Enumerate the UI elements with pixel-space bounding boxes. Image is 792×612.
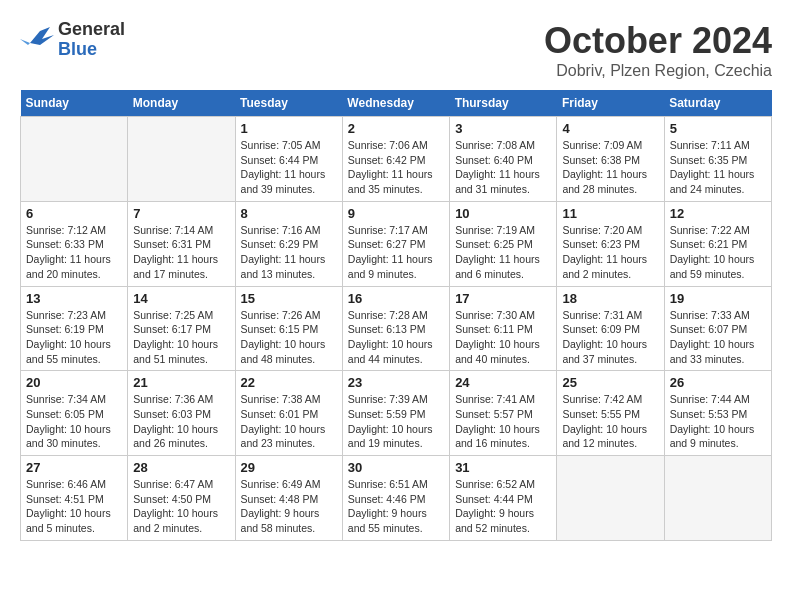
day-info: Sunrise: 7:38 AMSunset: 6:01 PMDaylight:… <box>241 392 337 451</box>
calendar-day: 28Sunrise: 6:47 AMSunset: 4:50 PMDayligh… <box>128 456 235 541</box>
day-number: 3 <box>455 121 551 136</box>
day-number: 28 <box>133 460 229 475</box>
day-number: 25 <box>562 375 658 390</box>
calendar-day: 19Sunrise: 7:33 AMSunset: 6:07 PMDayligh… <box>664 286 771 371</box>
calendar-week-1: 1Sunrise: 7:05 AMSunset: 6:44 PMDaylight… <box>21 117 772 202</box>
calendar-day <box>128 117 235 202</box>
day-info: Sunrise: 6:52 AMSunset: 4:44 PMDaylight:… <box>455 477 551 536</box>
day-info: Sunrise: 7:22 AMSunset: 6:21 PMDaylight:… <box>670 223 766 282</box>
calendar-week-3: 13Sunrise: 7:23 AMSunset: 6:19 PMDayligh… <box>21 286 772 371</box>
day-number: 26 <box>670 375 766 390</box>
day-number: 10 <box>455 206 551 221</box>
calendar-day <box>21 117 128 202</box>
calendar-day: 7Sunrise: 7:14 AMSunset: 6:31 PMDaylight… <box>128 201 235 286</box>
day-number: 12 <box>670 206 766 221</box>
day-number: 4 <box>562 121 658 136</box>
calendar-day: 15Sunrise: 7:26 AMSunset: 6:15 PMDayligh… <box>235 286 342 371</box>
page-header: General Blue October 2024 Dobriv, Plzen … <box>20 20 772 80</box>
day-info: Sunrise: 7:19 AMSunset: 6:25 PMDaylight:… <box>455 223 551 282</box>
day-number: 15 <box>241 291 337 306</box>
day-info: Sunrise: 7:33 AMSunset: 6:07 PMDaylight:… <box>670 308 766 367</box>
day-info: Sunrise: 7:25 AMSunset: 6:17 PMDaylight:… <box>133 308 229 367</box>
day-info: Sunrise: 7:34 AMSunset: 6:05 PMDaylight:… <box>26 392 122 451</box>
header-day-tuesday: Tuesday <box>235 90 342 117</box>
day-number: 24 <box>455 375 551 390</box>
day-number: 8 <box>241 206 337 221</box>
header-row: SundayMondayTuesdayWednesdayThursdayFrid… <box>21 90 772 117</box>
day-number: 30 <box>348 460 444 475</box>
header-day-sunday: Sunday <box>21 90 128 117</box>
day-info: Sunrise: 7:08 AMSunset: 6:40 PMDaylight:… <box>455 138 551 197</box>
day-info: Sunrise: 7:14 AMSunset: 6:31 PMDaylight:… <box>133 223 229 282</box>
day-number: 1 <box>241 121 337 136</box>
day-info: Sunrise: 7:20 AMSunset: 6:23 PMDaylight:… <box>562 223 658 282</box>
day-number: 22 <box>241 375 337 390</box>
svg-marker-0 <box>30 27 54 45</box>
logo-icon <box>20 23 54 57</box>
day-number: 31 <box>455 460 551 475</box>
day-info: Sunrise: 7:42 AMSunset: 5:55 PMDaylight:… <box>562 392 658 451</box>
day-info: Sunrise: 6:51 AMSunset: 4:46 PMDaylight:… <box>348 477 444 536</box>
calendar-day: 26Sunrise: 7:44 AMSunset: 5:53 PMDayligh… <box>664 371 771 456</box>
day-info: Sunrise: 7:09 AMSunset: 6:38 PMDaylight:… <box>562 138 658 197</box>
calendar-day <box>664 456 771 541</box>
title-block: October 2024 Dobriv, Plzen Region, Czech… <box>544 20 772 80</box>
calendar-day: 11Sunrise: 7:20 AMSunset: 6:23 PMDayligh… <box>557 201 664 286</box>
day-number: 13 <box>26 291 122 306</box>
month-title: October 2024 <box>544 20 772 62</box>
day-number: 17 <box>455 291 551 306</box>
day-info: Sunrise: 7:39 AMSunset: 5:59 PMDaylight:… <box>348 392 444 451</box>
calendar-day: 13Sunrise: 7:23 AMSunset: 6:19 PMDayligh… <box>21 286 128 371</box>
day-info: Sunrise: 7:11 AMSunset: 6:35 PMDaylight:… <box>670 138 766 197</box>
calendar-day: 29Sunrise: 6:49 AMSunset: 4:48 PMDayligh… <box>235 456 342 541</box>
calendar-table: SundayMondayTuesdayWednesdayThursdayFrid… <box>20 90 772 541</box>
day-number: 20 <box>26 375 122 390</box>
day-info: Sunrise: 7:17 AMSunset: 6:27 PMDaylight:… <box>348 223 444 282</box>
calendar-day: 31Sunrise: 6:52 AMSunset: 4:44 PMDayligh… <box>450 456 557 541</box>
calendar-day: 17Sunrise: 7:30 AMSunset: 6:11 PMDayligh… <box>450 286 557 371</box>
calendar-day: 25Sunrise: 7:42 AMSunset: 5:55 PMDayligh… <box>557 371 664 456</box>
day-number: 21 <box>133 375 229 390</box>
day-info: Sunrise: 6:47 AMSunset: 4:50 PMDaylight:… <box>133 477 229 536</box>
calendar-day: 1Sunrise: 7:05 AMSunset: 6:44 PMDaylight… <box>235 117 342 202</box>
header-day-thursday: Thursday <box>450 90 557 117</box>
calendar-day: 27Sunrise: 6:46 AMSunset: 4:51 PMDayligh… <box>21 456 128 541</box>
day-number: 14 <box>133 291 229 306</box>
day-info: Sunrise: 7:26 AMSunset: 6:15 PMDaylight:… <box>241 308 337 367</box>
calendar-day: 14Sunrise: 7:25 AMSunset: 6:17 PMDayligh… <box>128 286 235 371</box>
day-info: Sunrise: 7:12 AMSunset: 6:33 PMDaylight:… <box>26 223 122 282</box>
day-number: 7 <box>133 206 229 221</box>
day-number: 5 <box>670 121 766 136</box>
day-number: 29 <box>241 460 337 475</box>
day-info: Sunrise: 7:05 AMSunset: 6:44 PMDaylight:… <box>241 138 337 197</box>
logo-blue: Blue <box>58 39 97 59</box>
day-info: Sunrise: 7:16 AMSunset: 6:29 PMDaylight:… <box>241 223 337 282</box>
calendar-day: 20Sunrise: 7:34 AMSunset: 6:05 PMDayligh… <box>21 371 128 456</box>
calendar-week-4: 20Sunrise: 7:34 AMSunset: 6:05 PMDayligh… <box>21 371 772 456</box>
calendar-header: SundayMondayTuesdayWednesdayThursdayFrid… <box>21 90 772 117</box>
header-day-friday: Friday <box>557 90 664 117</box>
calendar-day: 5Sunrise: 7:11 AMSunset: 6:35 PMDaylight… <box>664 117 771 202</box>
calendar-day: 3Sunrise: 7:08 AMSunset: 6:40 PMDaylight… <box>450 117 557 202</box>
calendar-day <box>557 456 664 541</box>
day-info: Sunrise: 7:30 AMSunset: 6:11 PMDaylight:… <box>455 308 551 367</box>
calendar-day: 24Sunrise: 7:41 AMSunset: 5:57 PMDayligh… <box>450 371 557 456</box>
day-number: 19 <box>670 291 766 306</box>
calendar-week-2: 6Sunrise: 7:12 AMSunset: 6:33 PMDaylight… <box>21 201 772 286</box>
day-info: Sunrise: 7:31 AMSunset: 6:09 PMDaylight:… <box>562 308 658 367</box>
day-number: 11 <box>562 206 658 221</box>
calendar-day: 23Sunrise: 7:39 AMSunset: 5:59 PMDayligh… <box>342 371 449 456</box>
day-number: 23 <box>348 375 444 390</box>
calendar-day: 12Sunrise: 7:22 AMSunset: 6:21 PMDayligh… <box>664 201 771 286</box>
calendar-day: 4Sunrise: 7:09 AMSunset: 6:38 PMDaylight… <box>557 117 664 202</box>
day-number: 6 <box>26 206 122 221</box>
calendar-day: 10Sunrise: 7:19 AMSunset: 6:25 PMDayligh… <box>450 201 557 286</box>
calendar-body: 1Sunrise: 7:05 AMSunset: 6:44 PMDaylight… <box>21 117 772 541</box>
calendar-day: 18Sunrise: 7:31 AMSunset: 6:09 PMDayligh… <box>557 286 664 371</box>
calendar-day: 16Sunrise: 7:28 AMSunset: 6:13 PMDayligh… <box>342 286 449 371</box>
day-info: Sunrise: 7:41 AMSunset: 5:57 PMDaylight:… <box>455 392 551 451</box>
logo-general: General <box>58 19 125 39</box>
day-number: 16 <box>348 291 444 306</box>
calendar-day: 21Sunrise: 7:36 AMSunset: 6:03 PMDayligh… <box>128 371 235 456</box>
calendar-day: 30Sunrise: 6:51 AMSunset: 4:46 PMDayligh… <box>342 456 449 541</box>
